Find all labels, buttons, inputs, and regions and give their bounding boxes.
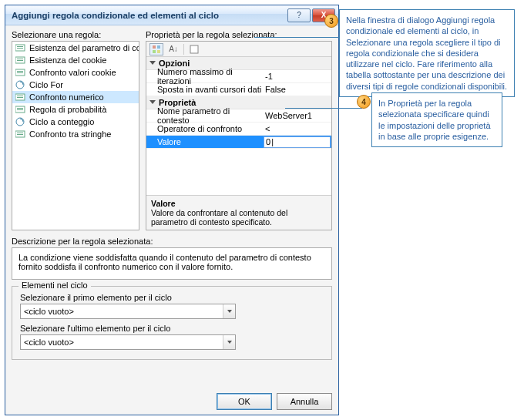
prop-name: Sposta in avanti cursori dati (146, 85, 264, 94)
alphabetical-icon[interactable]: A↓ (166, 43, 180, 55)
rule-icon (15, 105, 26, 114)
svg-rect-7 (17, 71, 23, 72)
prop-name: Numero massimo di iterazioni (146, 67, 264, 86)
rule-icon (15, 117, 26, 126)
svg-rect-14 (17, 108, 23, 109)
svg-rect-19 (17, 134, 23, 135)
rule-item[interactable]: Esistenza del cookie (12, 54, 139, 66)
rule-icon (15, 92, 26, 102)
dialog-window: Aggiungi regola condizionale ed elementi… (5, 5, 339, 415)
prop-row[interactable]: Numero massimo di iterazioni -1 (146, 70, 331, 83)
combo-value: <ciclo vuoto> (21, 338, 223, 347)
loop-elements-fieldset: Elementi nel ciclo Selezionare il primo … (12, 286, 332, 360)
callout-3: Nella finestra di dialogo Aggiungi regol… (339, 9, 515, 97)
leader-line (254, 37, 339, 38)
svg-rect-1 (17, 46, 23, 47)
prop-name: Valore (146, 137, 264, 146)
svg-rect-11 (17, 96, 23, 96)
prop-row[interactable]: Sposta in avanti cursori dati False (146, 83, 331, 96)
prop-value-input[interactable]: 0 (264, 136, 331, 148)
rule-item[interactable]: Esistenza del parametro di contesto (12, 42, 139, 54)
rule-item[interactable]: Ciclo a conteggio (12, 116, 139, 128)
prop-name: Operatore di confronto (146, 124, 264, 133)
rule-item-label: Esistenza del parametro di contesto (29, 43, 139, 52)
svg-rect-5 (17, 60, 23, 61)
rule-item-label: Confronto valori cookie (29, 68, 116, 77)
ok-button[interactable]: OK (217, 393, 272, 410)
categorized-icon[interactable] (149, 43, 163, 55)
dialog-title: Aggiungi regola condizionale ed elementi… (8, 11, 286, 20)
chevron-down-icon[interactable] (223, 335, 235, 349)
properties-label: Proprietà per la regola selezionata: (146, 30, 332, 39)
prop-value[interactable]: < (264, 124, 331, 133)
property-pages-icon[interactable] (187, 43, 201, 55)
prop-desc-text: Valore da confrontare al contenuto del p… (151, 208, 327, 227)
svg-rect-22 (153, 50, 156, 53)
help-button[interactable]: ? (287, 8, 311, 22)
first-element-combo[interactable]: <ciclo vuoto> (20, 304, 236, 319)
prop-value[interactable]: WebServer1 (264, 111, 331, 120)
svg-rect-15 (17, 109, 23, 110)
prop-value[interactable]: False (264, 85, 331, 94)
svg-rect-24 (190, 45, 198, 53)
titlebar: Aggiungi regola condizionale ed elementi… (5, 5, 338, 25)
rule-item[interactable]: Regola di probabilità (12, 103, 139, 116)
combo-value: <ciclo vuoto> (21, 307, 223, 316)
dialog-body: Selezionare una regola: Esistenza del pa… (5, 25, 338, 415)
prop-row[interactable]: Operatore di confronto < (146, 123, 331, 136)
prop-row[interactable]: Nome parametro di contesto WebServer1 (146, 109, 331, 123)
callout-badge-3: 3 (324, 14, 338, 28)
rule-item[interactable]: Ciclo For (12, 79, 139, 91)
prop-value[interactable]: -1 (264, 72, 331, 81)
svg-rect-20 (153, 45, 156, 49)
last-element-combo[interactable]: <ciclo vuoto> (20, 334, 236, 350)
svg-rect-12 (17, 97, 23, 98)
rule-icon (15, 68, 26, 77)
cancel-button[interactable]: Annulla (277, 393, 332, 410)
svg-rect-2 (17, 48, 23, 49)
prop-name: Nome parametro di contesto (146, 106, 264, 125)
prop-desc-title: Valore (151, 199, 327, 208)
rule-item-label: Ciclo a conteggio (29, 117, 94, 126)
rule-item-label: Regola di probabilità (29, 105, 106, 114)
rule-item-label: Confronto tra stringhe (29, 129, 111, 139)
last-element-label: Selezionare l'ultimo elemento per il cic… (20, 324, 324, 333)
svg-rect-8 (17, 72, 23, 73)
rule-icon (15, 80, 26, 89)
rule-icon (15, 129, 26, 139)
svg-rect-21 (157, 45, 160, 49)
rule-item-label: Confronto numerico (29, 92, 104, 102)
rule-listbox[interactable]: Esistenza del parametro di contesto Esis… (12, 41, 139, 230)
leader-line (285, 108, 362, 109)
rule-item-label: Ciclo For (29, 80, 63, 89)
prop-row[interactable]: Valore 0 (146, 136, 331, 149)
svg-rect-4 (17, 59, 23, 59)
loop-elements-legend: Elementi nel ciclo (18, 281, 91, 290)
rule-item-label: Esistenza del cookie (29, 55, 106, 65)
rule-item[interactable]: Confronto tra stringhe (12, 128, 139, 140)
svg-rect-18 (17, 133, 23, 133)
rule-item[interactable]: Confronto numerico (12, 91, 139, 103)
select-rule-label: Selezionare una regola: (12, 30, 139, 39)
first-element-label: Selezionare il primo elemento per il cic… (20, 293, 324, 302)
property-grid: A↓ Opzioni Numero massimo di iterazioni … (146, 41, 332, 230)
callout-badge-4: 4 (357, 95, 371, 109)
rule-description-label: Descrizione per la regola selezionata: (12, 237, 332, 246)
property-description: Valore Valore da confrontare al contenut… (146, 195, 331, 230)
callout-4: In Proprietà per la regola selezionata s… (371, 92, 502, 147)
rule-description-box: La condizione viene soddisfatta quando i… (12, 247, 332, 280)
chevron-down-icon[interactable] (223, 304, 235, 318)
rule-icon (15, 55, 26, 65)
property-toolbar: A↓ (146, 42, 331, 57)
rule-item[interactable]: Confronto valori cookie (12, 66, 139, 79)
svg-rect-23 (157, 50, 160, 53)
rule-icon (15, 43, 26, 52)
